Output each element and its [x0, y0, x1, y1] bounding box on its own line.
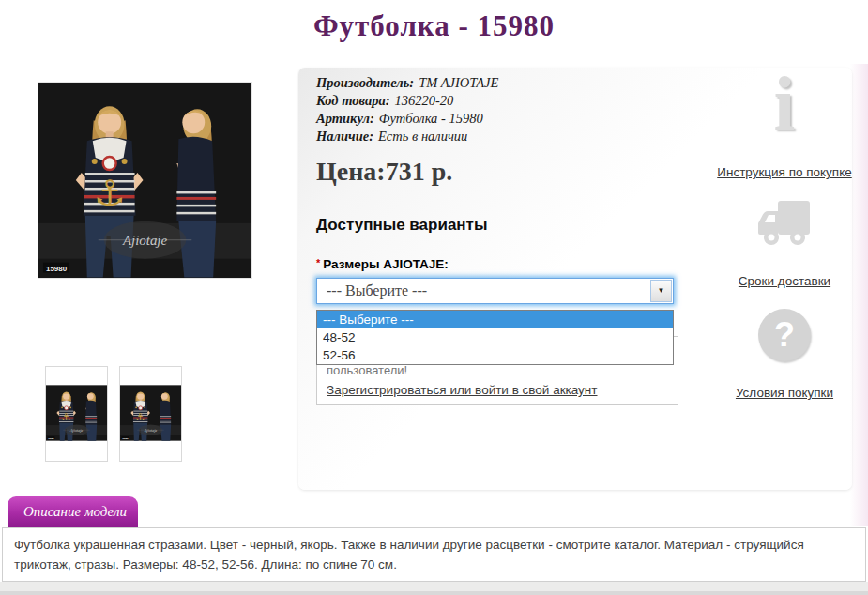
required-mark: * — [316, 257, 320, 268]
size-select[interactable]: --- Выберите --- ▼ — [316, 278, 674, 304]
size-option-default[interactable]: --- Выберите --- — [317, 311, 673, 328]
product-thumbnail-1[interactable] — [45, 366, 108, 462]
login-link[interactable]: Зарегистрироваться или войти в свой акка… — [327, 383, 598, 397]
footer-divider — [0, 591, 868, 595]
size-label-text: Размеры AJIOTAJE: — [323, 257, 448, 271]
attribute-value: 136220-20 — [394, 93, 453, 108]
attribute-product-code: Код товара:136220-20 — [316, 92, 498, 110]
info-icon: i — [709, 73, 860, 135]
help-link-delivery-terms[interactable]: Сроки доставки — [709, 274, 860, 288]
footer-strip — [0, 582, 868, 595]
attribute-label: Производитель: — [316, 75, 414, 90]
product-page: ⚓ Ajiotaje 15980 — [0, 0, 868, 595]
description-box: Футболка украшенная стразами. Цвет - чер… — [2, 527, 866, 582]
product-photo-image — [38, 83, 251, 278]
question-glyph: ? — [758, 309, 811, 361]
help-link-purchase-instruction[interactable]: Инструкция по покупке — [709, 165, 860, 179]
attribute-label: Наличие: — [316, 129, 373, 144]
thumbnail-image — [120, 385, 181, 441]
truck-icon — [709, 199, 860, 252]
attribute-label: Артикул: — [316, 111, 374, 126]
attribute-manufacturer: Производитель:TM AJIOTAJE — [316, 74, 498, 92]
attribute-label: Код товара: — [316, 93, 389, 108]
size-options-list: --- Выберите --- 48-52 52-56 — [316, 310, 674, 365]
select-dropdown-button[interactable]: ▼ — [650, 280, 672, 302]
size-select-label: *Размеры AJIOTAJE: — [316, 257, 449, 271]
attribute-sku: Артикул:Футболка - 15980 — [316, 110, 498, 128]
size-option-52-56[interactable]: 52-56 — [317, 346, 673, 364]
description-text: Футболка украшенная стразами. Цвет - чер… — [14, 535, 854, 574]
question-icon: ? — [709, 309, 860, 361]
product-attributes: Производитель:TM AJIOTAJE Код товара:136… — [316, 74, 498, 145]
price-label: Цена:731 р. — [316, 157, 452, 187]
thumbnail-image — [46, 385, 107, 441]
product-thumbnail-2[interactable] — [119, 366, 182, 462]
product-main-photo[interactable] — [38, 83, 251, 278]
size-option-48-52[interactable]: 48-52 — [317, 328, 673, 346]
attribute-availability: Наличие:Есть в наличии — [316, 128, 498, 145]
page-title: Футболка - 15980 — [0, 9, 868, 43]
tab-description-label: Описание модели — [8, 504, 127, 520]
login-note: пользователи! — [327, 363, 668, 377]
attribute-value: Футболка - 15980 — [379, 111, 483, 126]
help-link-purchase-conditions[interactable]: Условия покупки — [709, 386, 860, 400]
variants-heading: Доступные варианты — [316, 216, 487, 235]
chevron-down-icon: ▼ — [658, 287, 665, 295]
attribute-value: Есть в наличии — [378, 129, 467, 144]
attribute-value: TM AJIOTAJE — [419, 75, 498, 90]
size-select-value: --- Выберите --- — [317, 282, 650, 299]
tab-description[interactable]: Описание модели — [8, 496, 138, 527]
